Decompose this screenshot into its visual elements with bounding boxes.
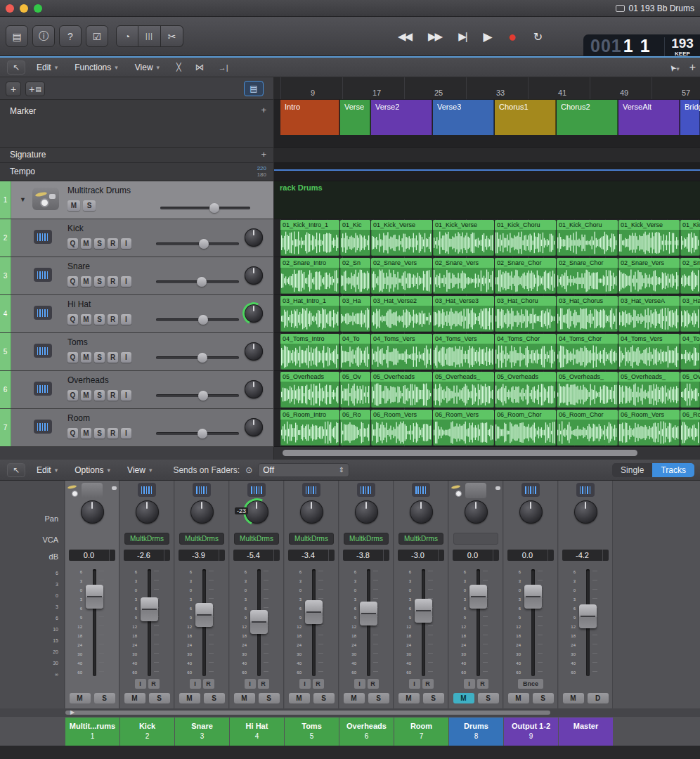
secondary-tool-button[interactable]: + xyxy=(689,61,696,74)
audio-region[interactable]: 05_Overheads xyxy=(371,372,432,408)
mixer-channel-master[interactable]: -4.2 6 3 0 3 6 9 12 18 24 30 40 60 MD xyxy=(559,481,613,708)
channel-name-kick[interactable]: Kick2 xyxy=(120,718,174,746)
record-enable-button[interactable]: R xyxy=(108,238,118,249)
rewind-button[interactable]: ◀◀ xyxy=(398,30,411,43)
audio-region[interactable]: 06_Room_Vers xyxy=(433,410,494,446)
fader-cap[interactable] xyxy=(360,602,377,625)
pan-knob[interactable] xyxy=(245,228,263,247)
audio-region[interactable]: 05_Ov xyxy=(340,372,370,408)
mute-button[interactable]: M xyxy=(563,693,584,703)
sends-mode-select[interactable]: Off ⇕ xyxy=(258,463,349,477)
mixer-channel-multitrack-drums[interactable]: 0.0 6 3 0 3 6 9 12 18 24 30 40 60 MS xyxy=(65,481,119,708)
audio-region[interactable]: 02_Snare_Chor xyxy=(557,258,618,294)
channel-name-toms[interactable]: Toms5 xyxy=(285,718,339,746)
solo-button[interactable]: S xyxy=(423,693,444,703)
forward-button[interactable]: ▶▶ xyxy=(428,30,441,43)
audio-region[interactable]: 05_Overheads_ xyxy=(433,372,494,408)
track-name[interactable]: Overheads xyxy=(67,375,109,385)
audio-region[interactable]: 06_Room_Chor xyxy=(557,410,618,446)
marker-lane-header[interactable]: Marker + xyxy=(0,100,274,148)
channel-name-overheads[interactable]: Overheads6 xyxy=(339,718,394,746)
mute-button[interactable]: M xyxy=(81,352,91,363)
pan-knob[interactable] xyxy=(300,500,323,524)
record-enable-button[interactable]: R xyxy=(108,314,118,325)
pan-knob[interactable] xyxy=(410,500,433,524)
record-enable-button[interactable]: R xyxy=(368,679,379,689)
mute-button[interactable]: M xyxy=(81,428,91,439)
zoom-window-button[interactable] xyxy=(34,4,42,13)
audio-region[interactable]: 03_Hat xyxy=(680,296,700,332)
arrangement-marker[interactable]: Intro xyxy=(280,100,339,135)
mixer-channel-kick[interactable]: MultkDrms -2.6 6 3 0 3 6 9 12 18 24 30 4… xyxy=(120,481,174,708)
quick-help-button[interactable]: ? xyxy=(59,25,82,47)
track-header-multitrack-drums[interactable]: 1 ▼ Multitrack Drums M S xyxy=(0,181,274,219)
audio-region[interactable]: 02_Snare_Vers xyxy=(433,258,494,294)
audio-region[interactable]: 02_Sna xyxy=(680,258,700,294)
add-marker-button[interactable]: + xyxy=(261,105,266,115)
record-enable-button[interactable]: R xyxy=(148,679,160,689)
pan-knob[interactable] xyxy=(190,500,214,524)
volume-fader[interactable]: 6 3 0 3 6 9 12 18 24 30 40 60 xyxy=(504,566,557,679)
audio-region[interactable]: 04_Toms_Intro xyxy=(280,334,339,370)
pan-knob[interactable] xyxy=(465,500,488,524)
solo-button[interactable]: S xyxy=(94,276,105,287)
mute-button[interactable]: M xyxy=(453,693,474,703)
audio-region[interactable]: 03_Hat_Verse3 xyxy=(433,296,494,332)
tempo-lane-header[interactable]: Tempo 220180 xyxy=(0,163,274,181)
add-signature-button[interactable]: + xyxy=(261,149,266,160)
arrangement-marker[interactable]: Chorus1 xyxy=(495,100,556,135)
record-enable-button[interactable]: R xyxy=(477,679,488,689)
go-to-end-button[interactable]: ▶| xyxy=(458,30,466,43)
track-header-snare[interactable]: 3 Snare Q M S R I xyxy=(0,257,274,295)
mute-button[interactable]: M xyxy=(81,276,91,287)
solo-button[interactable]: S xyxy=(94,428,105,439)
input-monitor-button[interactable]: I xyxy=(121,390,131,401)
audio-region[interactable]: 03_Ha xyxy=(340,296,370,332)
input-monitor-button[interactable]: I xyxy=(464,679,475,689)
record-enable-button[interactable]: R xyxy=(108,390,118,401)
mixer-channel-drums[interactable]: 0.0 6 3 0 3 6 9 12 18 24 30 40 60 IR MS xyxy=(449,481,503,708)
minimize-window-button[interactable] xyxy=(20,4,28,13)
horizontal-scrollbar-track[interactable] xyxy=(274,447,700,460)
editors-button[interactable]: ✂ xyxy=(161,25,183,47)
pan-knob[interactable] xyxy=(245,418,263,436)
input-monitor-button[interactable]: I xyxy=(299,679,311,689)
channel-name-snare[interactable]: Snare3 xyxy=(175,718,229,746)
audio-region[interactable]: 02_Sn xyxy=(340,258,370,294)
mute-button[interactable]: M xyxy=(234,693,255,703)
audio-region[interactable]: 03_Hat_Intro_1 xyxy=(280,296,339,332)
arrangement-marker[interactable]: Verse xyxy=(340,100,370,135)
single-view-button[interactable]: Single xyxy=(612,463,652,477)
vca-assignment[interactable]: MultkDrms xyxy=(124,533,169,545)
pan-knob[interactable] xyxy=(81,500,104,524)
volume-fader[interactable]: 6 3 0 3 6 9 12 18 24 30 40 60 xyxy=(230,566,283,679)
track-header-config-button[interactable]: ▤ xyxy=(244,81,264,96)
audio-region[interactable]: 04_Toms_Vers xyxy=(618,334,680,370)
fader-cap[interactable] xyxy=(524,585,542,609)
pan-knob[interactable] xyxy=(245,500,268,524)
fader-cap[interactable] xyxy=(250,610,268,634)
mute-button[interactable]: M xyxy=(124,693,145,703)
channel-name-hi-hat[interactable]: Hi Hat4 xyxy=(230,718,284,746)
audio-region[interactable]: 06_Ro xyxy=(340,410,370,446)
channel-name-drums[interactable]: Drums8 xyxy=(449,718,503,746)
solo-button[interactable]: S xyxy=(94,693,115,703)
inspector-button[interactable]: ⓘ xyxy=(32,25,55,47)
record-button[interactable]: ● xyxy=(508,29,517,45)
volume-slider[interactable] xyxy=(156,394,239,397)
volume-fader[interactable]: 6 3 0 3 6 9 12 18 24 30 40 60 xyxy=(65,566,119,679)
signature-lane-header[interactable]: Signature + xyxy=(0,148,274,163)
audio-region[interactable]: 02_Snare_Chor xyxy=(495,258,556,294)
mixer-channel-room[interactable]: MultkDrms -3.0 6 3 0 3 6 9 12 18 24 30 4… xyxy=(394,481,448,708)
menu-functions[interactable]: Functions▾ xyxy=(74,63,118,72)
audio-region[interactable]: 01_Kick_Choru xyxy=(495,220,556,256)
track-name[interactable]: Snare xyxy=(67,261,90,271)
audio-region[interactable]: 05_Overheads xyxy=(280,372,339,408)
menu-view[interactable]: View▾ xyxy=(135,63,160,72)
audio-region[interactable]: 06_Room_Intro xyxy=(280,410,339,446)
audio-region[interactable]: 05_Ove xyxy=(680,372,700,408)
mixer-channel-snare[interactable]: MultkDrms -3.9 6 3 0 3 6 9 12 18 24 30 4… xyxy=(175,481,229,708)
record-enable-button[interactable]: R xyxy=(258,679,269,689)
record-enable-button[interactable]: R xyxy=(108,428,118,439)
audio-region[interactable]: 04_Toms_Vers xyxy=(433,334,494,370)
